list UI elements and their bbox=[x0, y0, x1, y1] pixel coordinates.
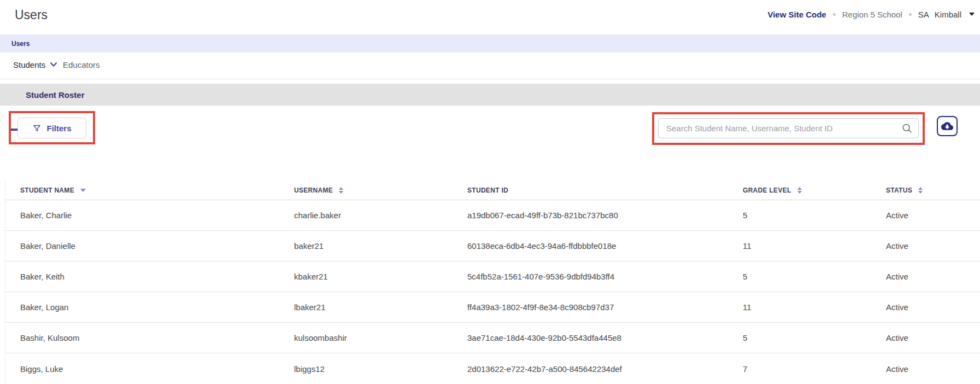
cell-student-name: Baker, Keith bbox=[20, 272, 294, 281]
column-header-username[interactable]: USERNAME bbox=[294, 187, 467, 194]
download-roster-button[interactable] bbox=[937, 116, 958, 136]
sort-desc-icon[interactable] bbox=[80, 189, 86, 192]
cell-status: Active bbox=[886, 241, 980, 251]
sort-both-icon[interactable] bbox=[339, 187, 343, 194]
cell-student-id: ff4a39a3-1802-4f9f-8e34-8c908cb97d37 bbox=[467, 302, 743, 312]
table-row[interactable]: Baker, Logan lbaker21 ff4a39a3-1802-4f9f… bbox=[5, 292, 980, 323]
top-right-nav: View Site Code Region 5 School SA Kimbal… bbox=[767, 0, 975, 28]
cell-status: Active bbox=[886, 302, 980, 312]
cell-student-name: Baker, Danielle bbox=[20, 241, 294, 251]
sort-both-icon[interactable] bbox=[918, 187, 923, 194]
tab-students-label: Students bbox=[13, 60, 45, 69]
chevron-down-icon bbox=[50, 62, 57, 67]
cell-grade-level: 11 bbox=[743, 302, 886, 312]
view-site-code-link[interactable]: View Site Code bbox=[767, 10, 826, 19]
cell-status: Active bbox=[886, 333, 980, 342]
tabs-bar: Students Educators bbox=[0, 53, 980, 79]
cell-grade-level: 5 bbox=[743, 333, 886, 342]
column-header-status[interactable]: STATUS bbox=[886, 187, 980, 194]
column-header-student-id: STUDENT ID bbox=[467, 187, 743, 194]
cell-grade-level: 5 bbox=[743, 272, 886, 281]
cell-grade-level: 5 bbox=[743, 211, 886, 220]
filters-button-label: Filters bbox=[46, 124, 71, 133]
user-last-name: Kimball bbox=[935, 10, 961, 19]
table-row[interactable]: Biggs, Luke lbiggs12 2d013622-e722-42b7-… bbox=[5, 353, 980, 384]
cell-student-name: Biggs, Luke bbox=[20, 364, 294, 374]
breadcrumb-users[interactable]: Users bbox=[11, 40, 30, 48]
cell-grade-level: 7 bbox=[743, 364, 886, 374]
cell-student-id: a19db067-ecad-49ff-b73b-821bc737bc80 bbox=[467, 211, 743, 220]
student-roster-table: STUDENT NAME USERNAME STUDENT ID GRADE L… bbox=[5, 181, 980, 384]
dot-separator bbox=[909, 13, 912, 16]
cell-status: Active bbox=[886, 272, 980, 281]
table-row[interactable]: Baker, Charlie charlie.baker a19db067-ec… bbox=[5, 200, 980, 231]
cell-student-id: 3ae71cae-18d4-430e-92b0-5543dfa445e8 bbox=[467, 333, 743, 342]
caret-down-icon[interactable] bbox=[969, 13, 975, 16]
tab-educators-label: Educators bbox=[63, 60, 100, 69]
table-row[interactable]: Baker, Keith kbaker21 5c4fb52a-1561-407e… bbox=[5, 261, 980, 292]
cell-student-id: 5c4fb52a-1561-407e-9536-9dbfd94b3ff4 bbox=[467, 272, 743, 281]
search-box bbox=[658, 118, 919, 138]
cell-username: kbaker21 bbox=[294, 272, 467, 281]
page-title: Users bbox=[15, 8, 48, 22]
dot-separator bbox=[833, 13, 836, 16]
cell-username: baker21 bbox=[294, 241, 467, 251]
column-header-student-name[interactable]: STUDENT NAME bbox=[20, 187, 294, 194]
search-input[interactable] bbox=[658, 118, 919, 138]
cell-status: Active bbox=[886, 364, 980, 374]
tab-educators[interactable]: Educators bbox=[63, 53, 100, 77]
tab-students[interactable]: Students bbox=[13, 53, 57, 77]
sort-both-icon[interactable] bbox=[797, 187, 802, 194]
user-menu[interactable]: SA Kimball bbox=[918, 10, 961, 19]
user-first-name: SA bbox=[918, 10, 929, 19]
cell-student-id: 60138eca-6db4-4ec3-94a6-ffdbbbfe018e bbox=[467, 241, 743, 251]
funnel-icon bbox=[32, 124, 42, 133]
section-header: Student Roster bbox=[0, 84, 980, 106]
table-row[interactable]: Bashir, Kulsoom kulsoombashir 3ae71cae-1… bbox=[5, 323, 980, 353]
column-header-grade-level[interactable]: GRADE LEVEL bbox=[743, 187, 886, 194]
cell-username: lbiggs12 bbox=[294, 364, 467, 374]
cloud-download-icon bbox=[941, 121, 953, 131]
cell-username: lbaker21 bbox=[294, 302, 467, 312]
cell-username: charlie.baker bbox=[294, 211, 467, 220]
breadcrumb: Users bbox=[0, 34, 980, 53]
table-row[interactable]: Baker, Danielle baker21 60138eca-6db4-4e… bbox=[5, 231, 980, 261]
cell-student-id: 2d013622-e722-42b7-a500-845642234def bbox=[467, 364, 743, 374]
cell-student-name: Bashir, Kulsoom bbox=[20, 333, 294, 342]
section-title: Student Roster bbox=[26, 90, 85, 100]
table-header-row: STUDENT NAME USERNAME STUDENT ID GRADE L… bbox=[5, 181, 980, 200]
users-page: { "header": { "title": "Users", "view_si… bbox=[0, 0, 980, 384]
cell-student-name: Baker, Charlie bbox=[20, 211, 294, 220]
cell-student-name: Baker, Logan bbox=[20, 302, 294, 312]
filters-button[interactable]: Filters bbox=[17, 118, 86, 138]
cell-status: Active bbox=[886, 211, 980, 220]
cell-username: kulsoombashir bbox=[294, 333, 467, 342]
top-header: Users View Site Code Region 5 School SA … bbox=[0, 0, 980, 34]
cell-grade-level: 11 bbox=[743, 241, 886, 251]
school-name: Region 5 School bbox=[842, 10, 902, 19]
magnifier-icon[interactable] bbox=[901, 123, 913, 135]
